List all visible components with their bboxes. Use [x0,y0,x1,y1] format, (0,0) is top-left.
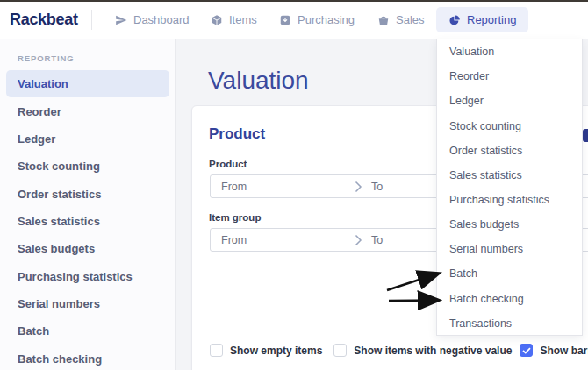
reporting-dropdown-menu: Valuation Reorder Ledger Stock counting … [436,39,583,336]
menu-item-batch[interactable]: Batch [437,261,582,286]
window-top-edge [0,0,588,2]
app-window: Rackbeat Dashboard Items Purchasing Sale [0,0,588,370]
chevron-right-icon [355,234,362,250]
paper-plane-icon [115,14,127,26]
checkbox-row: Show empty items Show items with negativ… [210,344,588,357]
item-group-to-input[interactable]: To [371,234,383,246]
nav-divider [91,10,92,30]
sidebar-item-valuation[interactable]: Valuation [6,70,169,97]
pie-chart-icon [448,14,461,26]
nav-item-reporting[interactable]: Reporting [436,7,528,32]
menu-item-serial-numbers[interactable]: Serial numbers [437,237,582,261]
chevron-right-icon [355,181,362,196]
cube-icon [211,14,223,26]
reporting-sidebar: REPORTING Valuation Reorder Ledger Stock… [0,39,176,370]
sidebar-item-batch-checking[interactable]: Batch checking [6,345,169,370]
nav-item-items[interactable]: Items [211,0,257,39]
item-group-from-input[interactable]: From [221,234,247,246]
product-field-label: Product [209,159,247,169]
nav-item-dashboard[interactable]: Dashboard [115,0,190,39]
menu-item-sales-budgets[interactable]: Sales budgets [437,212,582,237]
sidebar-item-reorder[interactable]: Reorder [6,97,169,125]
checkbox-label: Show empty items [230,345,322,357]
menu-item-sales-statistics[interactable]: Sales statistics [437,163,582,188]
sidebar-item-serial-numbers[interactable]: Serial numbers [6,290,169,317]
nav-label: Reporting [467,13,516,26]
top-navbar: Rackbeat Dashboard Items Purchasing Sale [0,0,588,39]
sidebar-item-batch[interactable]: Batch [6,317,169,345]
sidebar-item-sales-statistics[interactable]: Sales statistics [6,208,169,235]
sidebar-item-ledger[interactable]: Ledger [6,125,169,153]
checkbox-unchecked-icon[interactable] [210,344,223,357]
nav-label: Items [229,13,257,26]
product-to-input[interactable]: To [371,181,383,193]
sidebar-item-sales-budgets[interactable]: Sales budgets [6,235,169,262]
nav-label: Purchasing [298,13,355,26]
checkbox-label: Show barred [540,345,588,357]
checkbox-unchecked-icon[interactable] [333,344,347,357]
sidebar-item-order-statistics[interactable]: Order statistics [6,180,169,207]
menu-item-purchasing-statistics[interactable]: Purchasing statistics [437,188,582,212]
nav-item-purchasing[interactable]: Purchasing [279,0,355,39]
sidebar-item-purchasing-statistics[interactable]: Purchasing statistics [6,262,169,289]
menu-item-reorder[interactable]: Reorder [437,64,582,89]
menu-item-batch-checking[interactable]: Batch checking [437,287,582,311]
sidebar-list: Valuation Reorder Ledger Stock counting … [0,70,176,370]
sidebar-section-label: REPORTING [18,53,75,63]
menu-item-order-statistics[interactable]: Order statistics [437,139,582,163]
page-title: Valuation [208,67,309,95]
checkbox-show-empty-items[interactable]: Show empty items [210,344,322,357]
menu-item-valuation[interactable]: Valuation [437,39,582,64]
card-heading: Product [209,125,265,143]
item-group-field-label: Item group [209,212,261,223]
cropped-edge-element [583,129,588,142]
checkbox-checked-icon[interactable] [520,344,533,357]
package-down-icon [279,14,291,26]
sidebar-item-stock-counting[interactable]: Stock counting [6,153,169,180]
checkbox-show-items-negative-value[interactable]: Show items with negative value [333,344,512,357]
nav-label: Dashboard [133,13,190,26]
product-from-input[interactable]: From [221,181,247,193]
menu-item-ledger[interactable]: Ledger [437,89,582,113]
brand-logo[interactable]: Rackbeat [10,0,78,39]
nav-label: Sales [396,13,425,26]
checkbox-label: Show items with negative value [354,345,512,357]
basket-icon [377,14,390,26]
menu-item-stock-counting[interactable]: Stock counting [437,113,582,138]
checkbox-show-barred[interactable]: Show barred [520,344,588,357]
menu-item-transactions[interactable]: Transactions [437,311,582,336]
nav-item-sales[interactable]: Sales [377,0,425,39]
